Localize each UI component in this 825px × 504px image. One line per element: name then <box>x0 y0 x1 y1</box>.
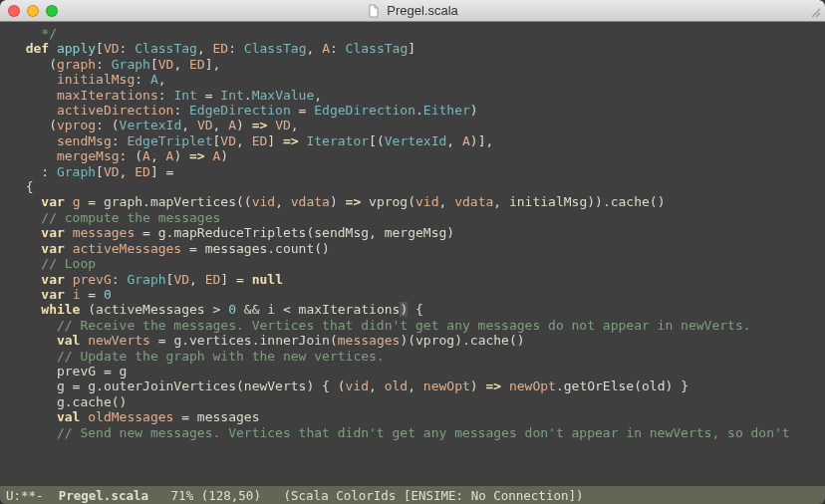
file-icon <box>367 4 381 18</box>
code-line: // Receive the messages. Vertices that d… <box>10 318 815 333</box>
code-line: // Loop <box>10 256 815 271</box>
code-line: */ <box>10 26 815 41</box>
code-line: val newVerts = g.vertices.innerJoin(mess… <box>10 333 815 348</box>
code-line: : Graph[VD, ED] = <box>10 164 815 179</box>
code-editor[interactable]: */ def apply[VD: ClassTag, ED: ClassTag,… <box>0 22 825 486</box>
titlebar: Pregel.scala <box>0 0 825 22</box>
code-line: while (activeMessages > 0 && i < maxIter… <box>10 302 815 317</box>
code-line: // Send new messages. Vertices that didn… <box>10 425 815 440</box>
modeline-position: (128,50) <box>201 488 261 503</box>
modeline-mode: (Scala ColorIds [ENSIME: No Connection]) <box>284 488 584 503</box>
code-line: activeDirection: EdgeDirection = EdgeDir… <box>10 103 815 118</box>
code-line: (vprog: (VertexId, VD, A) => VD, <box>10 118 815 132</box>
mode-line: U:**- Pregel.scala 71% (128,50) (Scala C… <box>0 486 825 504</box>
code-line: prevG = g <box>10 364 815 378</box>
code-line: var i = 0 <box>10 287 815 302</box>
code-line: var activeMessages = messages.count() <box>10 241 815 256</box>
code-line: var g = graph.mapVertices((vid, vdata) =… <box>10 194 815 209</box>
code-line: def apply[VD: ClassTag, ED: ClassTag, A:… <box>10 41 815 56</box>
code-line: var messages = g.mapReduceTriplets(sendM… <box>10 225 815 240</box>
close-icon[interactable] <box>8 5 20 17</box>
modeline-filename: Pregel.scala <box>59 488 148 503</box>
resize-icon <box>807 4 821 18</box>
code-line: (graph: Graph[VD, ED], <box>10 57 815 72</box>
modeline-percent: 71% <box>171 488 194 503</box>
code-line: // compute the messages <box>10 210 815 225</box>
code-line: var prevG: Graph[VD, ED] = null <box>10 272 815 287</box>
code-line: // Update the graph with the new vertice… <box>10 349 815 364</box>
code-line: sendMsg: EdgeTriplet[VD, ED] => Iterator… <box>10 133 815 148</box>
code-line: initialMsg: A, <box>10 72 815 87</box>
minimize-icon[interactable] <box>27 5 39 17</box>
window-title: Pregel.scala <box>0 3 825 18</box>
code-line: g.cache() <box>10 394 815 409</box>
zoom-icon[interactable] <box>46 5 58 17</box>
modeline-status: U:**- <box>6 488 44 503</box>
code-line: { <box>10 179 815 194</box>
window-controls <box>8 5 58 17</box>
window-title-text: Pregel.scala <box>387 3 458 18</box>
code-line: val oldMessages = messages <box>10 409 815 424</box>
code-line: mergeMsg: (A, A) => A) <box>10 148 815 163</box>
code-line: maxIterations: Int = Int.MaxValue, <box>10 88 815 103</box>
code-line: g = g.outerJoinVertices(newVerts) { (vid… <box>10 378 815 393</box>
